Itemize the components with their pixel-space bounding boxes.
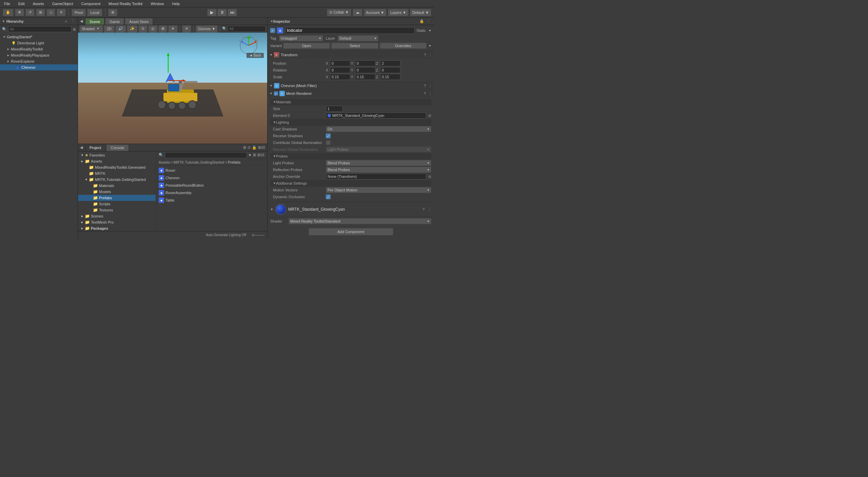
rot-x-input[interactable]: [330, 67, 350, 73]
mesh-renderer-help-icon[interactable]: ?: [424, 92, 426, 96]
hierarchy-item-rover[interactable]: ► RoverExplorer: [0, 58, 78, 64]
tree-packages[interactable]: ► 📁 Packages: [78, 225, 156, 231]
tab-game[interactable]: Game: [105, 18, 124, 25]
tree-mrtk[interactable]: 📁 MRTK: [78, 170, 156, 177]
contrib-gi-checkbox[interactable]: [326, 140, 331, 145]
hierarchy-filter-icon[interactable]: ⊞: [73, 27, 76, 31]
receive-shadows-checkbox[interactable]: ✓: [326, 133, 331, 138]
hierarchy-expand-icon[interactable]: ▼: [2, 20, 5, 23]
bottom-icon2[interactable]: ⊙: [248, 145, 251, 150]
hierarchy-item-getting-started[interactable]: ▼ GettingStarted*: [0, 34, 78, 40]
tree-favorites[interactable]: ▼ ★ Favorites: [78, 152, 156, 158]
bottom-icon1[interactable]: ⊞: [243, 145, 246, 150]
material-expand-icon[interactable]: ▼: [270, 208, 273, 211]
breadcrumb-mrtk-tutorials[interactable]: MRTK.Tutorials.GettingStarted: [173, 160, 224, 164]
mesh-renderer-options-icon[interactable]: ⋮: [429, 92, 432, 96]
material-help-icon[interactable]: ?: [422, 208, 425, 211]
receive-gi-dropdown[interactable]: Light Probes ▼: [326, 146, 431, 152]
dynamic-occlusion-checkbox[interactable]: ✓: [326, 194, 331, 199]
tree-textures[interactable]: 📁 Textures: [78, 207, 156, 213]
tool-move[interactable]: ✙: [15, 9, 24, 16]
scene-clear-btn[interactable]: ✕: [182, 25, 191, 33]
light-probes-dropdown[interactable]: Blend Probes ▼: [326, 160, 431, 166]
favorites-icon[interactable]: ★: [248, 153, 252, 157]
scene-icon4[interactable]: ☀: [168, 25, 178, 33]
pos-x-input[interactable]: [330, 60, 350, 66]
tree-scenes[interactable]: ► 📁 Scenes: [78, 213, 156, 219]
mesh-filter-options-icon[interactable]: ⋮: [429, 84, 432, 88]
tab-asset-store[interactable]: Asset Store: [125, 18, 153, 25]
tool-rect[interactable]: ◇: [46, 9, 55, 16]
mesh-renderer-active-checkbox[interactable]: ✓: [274, 91, 278, 96]
menu-edit[interactable]: Edit: [17, 2, 26, 6]
account-button[interactable]: Account ▼: [364, 9, 387, 16]
breadcrumb-assets[interactable]: Assets: [159, 160, 170, 164]
motion-vectors-dropdown[interactable]: Per Object Motion ▼: [326, 187, 431, 193]
step-button[interactable]: ⏭: [228, 9, 237, 16]
variant-select-btn[interactable]: Select: [331, 43, 378, 49]
tool-rotate[interactable]: ↺: [25, 9, 35, 16]
tree-textmesh[interactable]: ► 📁 TextMesh Pro: [78, 219, 156, 225]
hierarchy-options-icon[interactable]: ⋮: [70, 19, 76, 24]
local-btn[interactable]: Local: [87, 9, 102, 16]
menu-component[interactable]: Component: [80, 2, 102, 6]
transform-options-icon[interactable]: ⋮: [429, 53, 432, 57]
layers-button[interactable]: Layers ▼: [388, 9, 409, 16]
menu-help[interactable]: Help: [171, 2, 181, 6]
probes-section-header[interactable]: ▼ Probes: [270, 153, 431, 160]
inspector-options-icon[interactable]: ⋮: [426, 19, 431, 24]
scene-icon1[interactable]: ⊙: [138, 25, 147, 33]
collab-button[interactable]: ⊙ Collab ▼: [327, 9, 351, 16]
prefab-chevron[interactable]: ◆ Chevron: [157, 174, 266, 181]
pos-y-input[interactable]: [355, 60, 375, 66]
material-options-icon[interactable]: ⋮: [428, 208, 431, 211]
expand-icon[interactable]: ⊞: [253, 153, 256, 157]
bottom-lock-icon[interactable]: 🔒: [252, 145, 257, 150]
tag-dropdown[interactable]: Untagged ▼: [279, 35, 323, 41]
transform-header[interactable]: ▼ ⊞ Transform ? ⋮: [268, 51, 434, 59]
add-component-button[interactable]: Add Component: [309, 228, 393, 235]
scene-view[interactable]: Y X Z ◄ Back: [78, 33, 267, 144]
tree-materials[interactable]: 📁 Materials: [78, 183, 156, 189]
tab-scene[interactable]: Scene: [85, 18, 104, 25]
menu-window[interactable]: Window: [149, 2, 165, 6]
tree-mrtk-tutorials[interactable]: ▼ 📁 MRTK.Tutorials.GettingStarted: [78, 177, 156, 183]
mesh-renderer-header[interactable]: ▼ ✓ ⊞ Mesh Renderer ? ⋮: [268, 90, 434, 97]
scale-y-input[interactable]: [355, 74, 375, 80]
lighting-section-header[interactable]: ▼ Lighting: [270, 119, 431, 126]
tree-models[interactable]: 📁 Models: [78, 189, 156, 195]
additional-settings-header[interactable]: ▼ Additional Settings: [270, 180, 431, 187]
size-input[interactable]: [326, 106, 343, 112]
tree-scripts[interactable]: 📁 Scripts: [78, 201, 156, 207]
tool-hand[interactable]: ✋: [3, 9, 14, 16]
scene-icon3[interactable]: ⊞: [158, 25, 167, 33]
tab-project[interactable]: Project: [85, 144, 105, 151]
menu-file[interactable]: File: [3, 2, 12, 6]
shader-dropdown[interactable]: Mixed Reality Toolkit/Standard ▼: [289, 218, 431, 224]
mesh-filter-help-icon[interactable]: ?: [424, 84, 426, 88]
hierarchy-item-chevron[interactable]: ◆ Chevron: [0, 64, 78, 70]
inspector-lock-icon[interactable]: 🔒: [419, 19, 425, 24]
cast-shadows-dropdown[interactable]: On ▼: [326, 126, 431, 132]
hierarchy-item-mrp[interactable]: ► MixedRealityPlayspace: [0, 52, 78, 58]
rot-y-input[interactable]: [355, 67, 375, 73]
anchor-select-icon[interactable]: ⊙: [428, 174, 431, 179]
prefab-table[interactable]: ◆ Table: [157, 197, 266, 204]
reflection-probes-dropdown[interactable]: Blend Probes ▼: [326, 167, 431, 173]
project-search-input[interactable]: [165, 152, 247, 158]
menu-assets[interactable]: Assets: [32, 2, 45, 6]
mesh-filter-header[interactable]: ▼ ⊞ Chevron (Mesh Filter) ? ⋮: [268, 82, 434, 89]
scale-x-input[interactable]: [330, 74, 350, 80]
scene-icon2[interactable]: ◎: [148, 25, 158, 33]
hierarchy-search-input[interactable]: [8, 26, 72, 32]
gizmos-dropdown[interactable]: Gizmos ▼: [196, 25, 218, 33]
back-button[interactable]: ◄ Back: [246, 53, 264, 58]
tree-mrtk-gen[interactable]: 📁 MixedRealityToolkit.Generated: [78, 164, 156, 170]
scene-search-input[interactable]: [228, 26, 266, 32]
rot-z-input[interactable]: [380, 67, 400, 73]
pos-z-input[interactable]: [380, 60, 400, 66]
static-dropdown-icon[interactable]: ▼: [429, 29, 431, 32]
hierarchy-add-icon[interactable]: +: [63, 19, 69, 24]
pause-button[interactable]: ⏸: [217, 9, 227, 16]
prefab-rover-assembly[interactable]: ◆ RoverAssembly: [157, 189, 266, 196]
